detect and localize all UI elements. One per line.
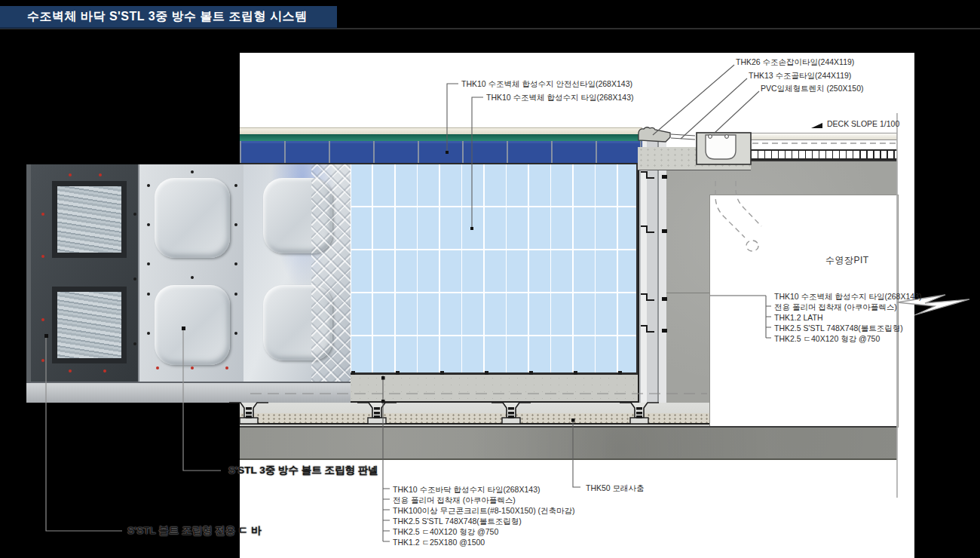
floor-layer-3: THK100이상 무근콘크리트(#8-150X150) (건축마감) bbox=[393, 507, 575, 515]
panel-emboss-top bbox=[155, 178, 230, 258]
panel-texture-bottom bbox=[52, 287, 127, 363]
deck-mortar-cells bbox=[751, 149, 897, 160]
sand-fill-layer bbox=[240, 413, 709, 425]
label-deck-slope: DECK SLOPE 1/100 bbox=[827, 120, 899, 128]
floor-layer-6: THK1.2 ㄷ25X180 @1500 bbox=[393, 538, 485, 547]
title-bar: 수조벽체 바닥 S'STL 3중 방수 볼트 조립형 시스템 bbox=[0, 6, 337, 29]
label-sand-fill: THK50 모래사춤 bbox=[586, 484, 645, 492]
panel-interior-dark bbox=[26, 164, 138, 382]
quilted-steel-texture bbox=[311, 164, 351, 382]
panel-face-middle bbox=[138, 164, 243, 382]
wall-layer-2: 전용 폴리머 접착재 (아쿠아플렉스) bbox=[774, 303, 897, 311]
lane-green-band bbox=[240, 134, 642, 141]
slope-wedge-icon bbox=[811, 123, 822, 128]
panel-emboss-bottom bbox=[155, 285, 230, 365]
label-handgrip-tile: THK26 수조손잡이타일(244X119) bbox=[736, 58, 854, 66]
label-pvc-trench: PVC일체형트렌치 (250X150) bbox=[761, 84, 864, 93]
wall-layer-5: THK2.5 ㄷ40X120 형강 @750 bbox=[774, 335, 880, 343]
label-pit: 수영장PIT bbox=[825, 256, 869, 265]
floor-layer-1: THK10 수조바닥 합성수지 타일(268X143) bbox=[393, 486, 540, 494]
panel-texture-top bbox=[52, 181, 127, 258]
label-c-bar: S'STL 볼트 조립형 전용 ㄷ 바 bbox=[127, 526, 262, 536]
drawing-page: 수조벽체 바닥 S'STL 3중 방수 볼트 조립형 시스템 bbox=[0, 0, 980, 558]
floor-layer-2: 전용 폴리머 접착재 (아쿠아플렉스) bbox=[393, 496, 516, 504]
panel-face-right bbox=[243, 164, 351, 382]
wall-joint-line bbox=[666, 293, 709, 293]
safety-line-tile-band bbox=[240, 141, 642, 164]
pool-tile-wall bbox=[351, 164, 638, 373]
wall-layer-3: THK1.2 LATH bbox=[774, 314, 823, 322]
floor-layer-4: THK2.5 S'STL 748X748(볼트조립형) bbox=[393, 517, 522, 526]
label-panel: S'STL 3중 방수 볼트 조립형 판넬 bbox=[228, 465, 378, 476]
page-title: 수조벽체 바닥 S'STL 3중 방수 볼트 조립형 시스템 bbox=[27, 9, 307, 25]
label-gutter-tile: THK13 수조골타일(244X119) bbox=[749, 72, 851, 80]
label-wall-tile: THK10 수조벽체 합성수지 타일(268X143) bbox=[486, 94, 633, 102]
floor-bolt-line bbox=[351, 371, 638, 375]
wall-layer-1: THK10 수조벽체 합성수지 타일(268X143) bbox=[774, 293, 921, 301]
panel-base-rail bbox=[26, 382, 351, 403]
pool-coping bbox=[638, 147, 751, 170]
label-safety-tile: THK10 수조벽체 합성수지 안전선타일(268X143) bbox=[461, 80, 632, 88]
floor-layer-5: THK2.5 ㄷ40X120 형강 @750 bbox=[393, 528, 498, 536]
base-concrete-slab bbox=[240, 426, 897, 460]
deck-tile-surface bbox=[751, 133, 897, 140]
sstl-panel-render bbox=[26, 164, 351, 403]
wall-layer-4: THK2.5 S'STL 748X748(볼트조립형) bbox=[774, 324, 903, 333]
